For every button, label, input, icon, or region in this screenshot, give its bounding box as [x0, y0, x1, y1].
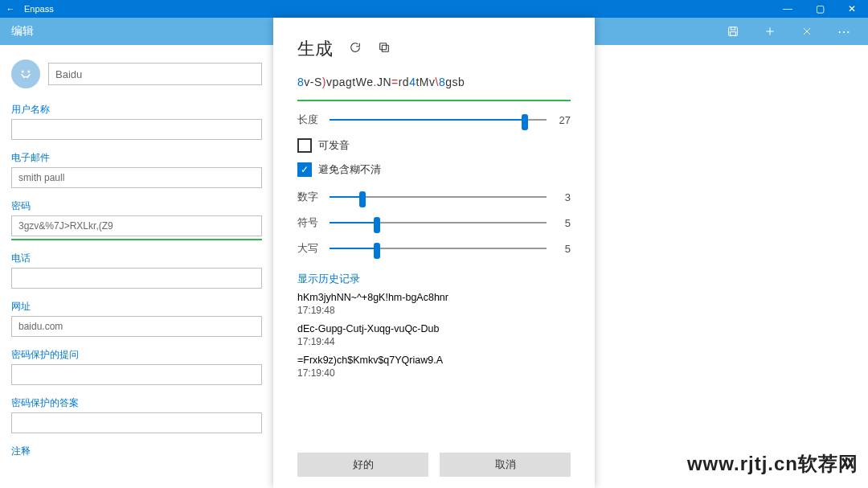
history-time: 17:19:44 [297, 336, 571, 347]
length-slider-value: 27 [555, 114, 571, 126]
length-slider[interactable] [330, 113, 547, 127]
symbols-slider-label: 符号 [297, 215, 321, 230]
secq-input[interactable] [11, 364, 262, 385]
refresh-icon[interactable] [349, 41, 362, 57]
secq-label: 密码保护的提问 [11, 348, 262, 362]
history-password[interactable]: hKm3jyhNN~^+8gK!hm-bgAc8hnr [297, 291, 571, 303]
phone-input[interactable] [11, 268, 262, 289]
uppercase-slider[interactable] [330, 241, 547, 256]
history-password[interactable]: =Frxk9z)ch$Kmkv$q7YQriaw9.A [297, 354, 571, 366]
seca-label: 密码保护的答案 [11, 396, 262, 410]
length-slider-label: 长度 [297, 113, 321, 127]
svg-rect-11 [382, 45, 388, 51]
window-controls: — ▢ ✕ [772, 3, 868, 14]
svg-rect-12 [380, 43, 387, 50]
generator-title: 生成 [297, 37, 333, 61]
watermark: www.rjtj.cn软荐网 [687, 451, 858, 477]
svg-rect-1 [731, 27, 735, 30]
password-generator-dialog: 生成 8v-S)vpagtWe.JN=rd4tMv\8gsb 长度 27 可发音… [273, 18, 595, 488]
symbols-slider-value: 5 [555, 217, 571, 229]
username-input[interactable] [11, 119, 262, 140]
digits-slider-label: 数字 [297, 190, 321, 204]
pronounceable-checkbox[interactable] [297, 138, 312, 153]
uppercase-slider-label: 大写 [297, 241, 321, 256]
digits-slider[interactable] [330, 190, 547, 204]
cancel-button[interactable]: 取消 [440, 453, 571, 477]
notes-label: 注释 [11, 445, 262, 458]
history-password[interactable]: dEc-Gupg-Cutj-Xuqg-vuQc-Dub [297, 322, 571, 334]
email-input[interactable] [11, 167, 262, 188]
generated-password: 8v-S)vpagtWe.JN=rd4tMv\8gsb [297, 76, 571, 88]
copy-icon[interactable] [378, 41, 391, 57]
svg-point-9 [23, 77, 25, 79]
password-label: 密码 [11, 199, 262, 213]
history-time: 17:19:48 [297, 305, 571, 316]
minimize-button[interactable]: — [772, 3, 804, 14]
svg-point-8 [27, 71, 30, 73]
item-icon[interactable] [11, 59, 40, 88]
show-history-link[interactable]: 显示历史记录 [297, 272, 571, 286]
phone-label: 电话 [11, 252, 262, 265]
more-button[interactable]: ⋯ [826, 18, 862, 45]
uppercase-slider-value: 5 [555, 243, 571, 255]
generated-strength-bar [297, 100, 571, 101]
username-label: 用户名称 [11, 103, 262, 117]
form-panel: 用户名称 电子邮件 密码 电话 网址 密码保护的提问 密码保护的答案 注释 [0, 45, 273, 470]
title-bar: ← Enpass — ▢ ✕ [0, 0, 868, 18]
symbols-slider[interactable] [330, 215, 547, 230]
close-button[interactable]: ✕ [836, 3, 868, 14]
avoid-ambiguous-checkbox[interactable] [297, 162, 312, 177]
app-title: Enpass [21, 4, 772, 14]
svg-rect-2 [731, 32, 736, 36]
password-strength-bar [11, 239, 262, 240]
back-button[interactable]: ← [0, 4, 21, 14]
close-panel-button[interactable] [789, 18, 825, 45]
maximize-button[interactable]: ▢ [804, 3, 836, 14]
svg-point-10 [27, 77, 29, 79]
history-time: 17:19:40 [297, 367, 571, 379]
url-input[interactable] [11, 316, 262, 337]
svg-point-7 [22, 71, 24, 73]
seca-input[interactable] [11, 412, 262, 433]
add-button[interactable] [752, 18, 788, 45]
url-label: 网址 [11, 300, 262, 314]
pronounceable-label: 可发音 [318, 138, 350, 153]
email-label: 电子邮件 [11, 151, 262, 165]
save-button[interactable] [715, 18, 751, 45]
password-input[interactable] [11, 215, 262, 236]
title-input[interactable] [48, 63, 262, 85]
avoid-ambiguous-label: 避免含糊不清 [318, 162, 381, 177]
digits-slider-value: 3 [555, 191, 571, 203]
ok-button[interactable]: 好的 [297, 453, 428, 477]
